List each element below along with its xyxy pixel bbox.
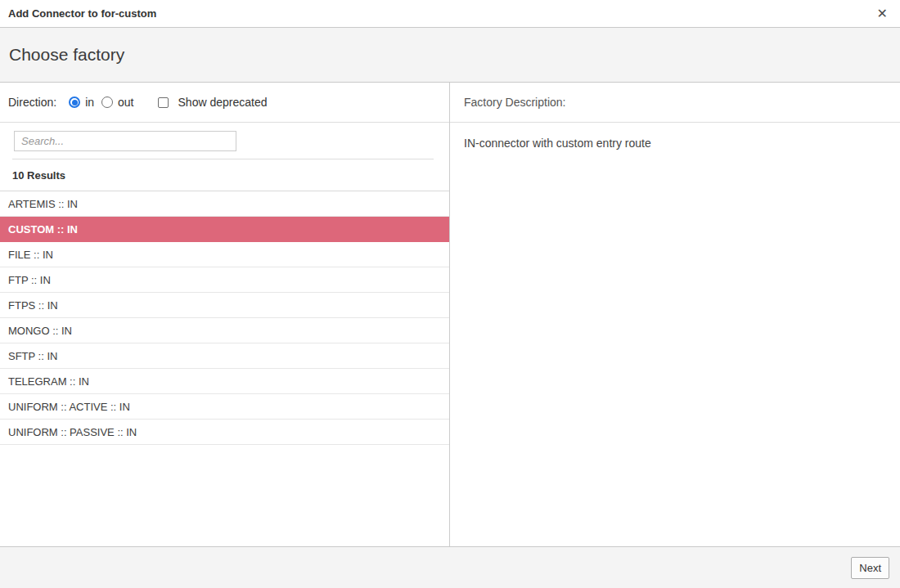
factory-selection-panel: Direction: in out Show deprecated 10 R [0,83,450,546]
close-icon[interactable]: ✕ [875,6,889,22]
list-item[interactable]: MONGO :: IN [0,318,449,343]
direction-label: Direction: [8,96,56,109]
results-count: 10 Results [0,159,449,191]
dialog-titlebar: Add Connector to for-custom ✕ [0,0,900,28]
dialog-subheader: Choose factory [0,28,900,83]
next-button[interactable]: Next [851,557,889,579]
list-item[interactable]: FILE :: IN [0,242,449,267]
radio-label: out [118,96,133,109]
list-item[interactable]: FTPS :: IN [0,293,449,318]
list-item[interactable]: UNIFORM :: PASSIVE :: IN [0,420,449,445]
dialog-title: Add Connector to for-custom [8,7,875,20]
factory-description-panel: Factory Description: IN-connector with c… [450,83,900,546]
show-deprecated-checkbox[interactable]: Show deprecated [158,96,268,109]
list-item[interactable]: SFTP :: IN [0,343,449,369]
list-item[interactable]: ARTEMIS :: IN [0,191,449,217]
description-text: IN-connector with custom entry route [450,123,900,164]
description-label: Factory Description: [464,96,565,109]
page-title: Choose factory [9,45,124,65]
list-item[interactable]: TELEGRAM :: IN [0,369,449,394]
dialog-content: Direction: in out Show deprecated 10 R [0,83,900,546]
search-input[interactable] [14,131,236,151]
radio-icon [69,97,80,108]
add-connector-dialog: Add Connector to for-custom ✕ Choose fac… [0,0,900,588]
dialog-footer: Next [0,546,900,588]
direction-radio-in[interactable]: in [69,96,94,109]
list-item[interactable]: CUSTOM :: IN [0,217,449,242]
list-item[interactable]: UNIFORM :: ACTIVE :: IN [0,394,449,420]
direction-filter-row: Direction: in out Show deprecated [0,83,449,123]
factory-list: ARTEMIS :: INCUSTOM :: INFILE :: INFTP :… [0,191,449,546]
description-header: Factory Description: [450,83,900,123]
checkbox-icon [158,97,169,108]
radio-icon [101,97,113,108]
radio-label: in [85,96,94,109]
direction-radio-out[interactable]: out [101,96,133,109]
checkbox-label: Show deprecated [178,96,268,109]
search-row [0,123,449,151]
list-item[interactable]: FTP :: IN [0,267,449,293]
